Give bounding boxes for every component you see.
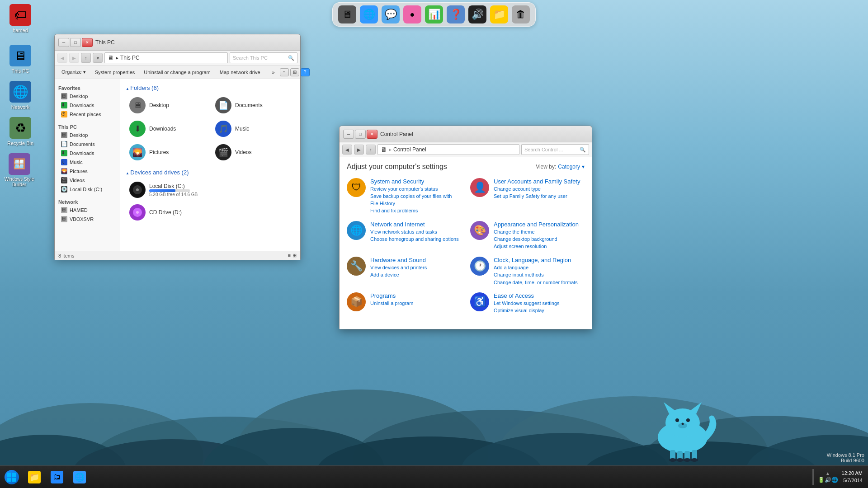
- programs-title[interactable]: Programs: [370, 292, 413, 299]
- system-security-link-1[interactable]: Review your computer's status: [370, 186, 461, 192]
- sidebar-network-hamed[interactable]: 🖥 HAMED: [55, 206, 120, 215]
- taskbar-show-desktop[interactable]: [812, 469, 814, 485]
- desktop-icon-windows-style-builder[interactable]: 🪟 Windows Style Builder: [2, 151, 36, 189]
- nav-back[interactable]: ◀: [57, 53, 67, 63]
- start-button[interactable]: [2, 467, 22, 487]
- thispc-sidebar: Favorites 🖥 Desktop ⬇ Downloads ⏱ Recent…: [55, 79, 120, 251]
- taskbar-up-arrow[interactable]: ▲: [826, 471, 830, 476]
- cp-maximize-button[interactable]: □: [355, 130, 366, 139]
- folder-videos[interactable]: 🎬 Videos: [212, 142, 295, 163]
- cp-viewby-value[interactable]: Category: [558, 164, 580, 170]
- view-tile-icon[interactable]: ⊞: [292, 253, 297, 258]
- taskbar-item-explorer[interactable]: 📁: [24, 467, 45, 487]
- dock-trash[interactable]: 🗑: [512, 5, 530, 23]
- desktop-icon-recycle-bin[interactable]: ♻ Recycle Bin: [2, 115, 38, 148]
- dock-speaker[interactable]: 🔊: [468, 5, 486, 23]
- system-security-title[interactable]: System and Security: [370, 178, 461, 185]
- view-tiles-btn[interactable]: ⊞: [290, 68, 299, 76]
- hardware-link-1[interactable]: View devices and printers: [370, 264, 427, 271]
- folder-downloads[interactable]: ⬇ Downloads: [126, 118, 209, 139]
- minimize-button[interactable]: ─: [58, 38, 69, 47]
- network-link-1[interactable]: View network status and tasks: [370, 229, 459, 235]
- nav-recent[interactable]: ▾: [93, 53, 103, 63]
- dock-colorball[interactable]: ●: [403, 5, 421, 23]
- clock-link-3[interactable]: Change date, time, or number formats: [494, 279, 578, 286]
- uninstall-button[interactable]: Uninstall or change a program: [140, 68, 214, 77]
- cp-close-button[interactable]: ✕: [367, 130, 377, 139]
- system-security-link-3[interactable]: Find and fix problems: [370, 207, 461, 214]
- taskbar-item-browser[interactable]: 🌐: [69, 467, 90, 487]
- sidebar-thispc-downloads[interactable]: ⬇ Downloads: [55, 149, 120, 158]
- network-link-2[interactable]: Choose homegroup and sharing options: [370, 236, 459, 243]
- search-bar[interactable]: Search This PC 🔍: [230, 52, 297, 63]
- hardware-link-2[interactable]: Add a device: [370, 272, 427, 278]
- folder-desktop[interactable]: 🖥 Desktop: [126, 95, 209, 116]
- sidebar-network-vboxsvr[interactable]: 🖥 VBOXSVR: [55, 215, 120, 224]
- address-path: This PC: [120, 55, 140, 61]
- cp-nav-back[interactable]: ◀: [342, 145, 352, 155]
- sidebar-thispc-videos[interactable]: 🎬 Videos: [55, 176, 120, 185]
- clock-title[interactable]: Clock, Language, and Region: [494, 257, 578, 263]
- maximize-button[interactable]: □: [70, 38, 81, 47]
- network-title[interactable]: Network and Internet: [370, 221, 459, 228]
- folder-documents[interactable]: 📄 Documents: [212, 95, 295, 116]
- dock-folder[interactable]: 📁: [490, 5, 508, 23]
- folders-section-header[interactable]: Folders (6): [126, 84, 295, 91]
- drive-cd-d[interactable]: CD Drive (D:): [126, 202, 295, 223]
- view-details-btn[interactable]: ≡: [280, 68, 289, 76]
- appearance-link-2[interactable]: Change desktop background: [494, 236, 579, 243]
- user-accounts-link-2[interactable]: Set up Family Safety for any user: [494, 193, 580, 200]
- appearance-title[interactable]: Appearance and Personalization: [494, 221, 579, 228]
- appearance-link-3[interactable]: Adjust screen resolution: [494, 243, 579, 250]
- organize-button[interactable]: Organize ▾: [57, 67, 90, 77]
- clock-link-1[interactable]: Add a language: [494, 264, 578, 271]
- taskbar-item-filemanager[interactable]: 🗂: [46, 467, 68, 487]
- programs-link-1[interactable]: Uninstall a program: [370, 300, 413, 307]
- cp-viewby-dropdown-icon[interactable]: ▾: [582, 164, 585, 170]
- clock-icon: 🕐: [470, 257, 489, 276]
- ease-link-2[interactable]: Optimize visual display: [494, 307, 560, 314]
- system-properties-button[interactable]: System properties: [91, 68, 139, 77]
- dock-help[interactable]: ❓: [447, 5, 465, 23]
- user-accounts-link-1[interactable]: Change account type: [494, 186, 580, 192]
- user-accounts-title[interactable]: User Accounts and Family Safety: [494, 178, 580, 185]
- nav-forward[interactable]: ▶: [69, 53, 79, 63]
- address-bar[interactable]: 🖥 ▸ This PC: [104, 52, 228, 63]
- help-btn[interactable]: ?: [301, 68, 310, 76]
- sidebar-thispc-localdisk[interactable]: 💿 Local Disk (C:): [55, 185, 120, 194]
- hardware-title[interactable]: Hardware and Sound: [370, 257, 427, 263]
- cp-minimize-button[interactable]: ─: [343, 130, 354, 139]
- system-security-link-2[interactable]: Save backup copies of your files with Fi…: [370, 193, 461, 207]
- desktop-icon-this-pc[interactable]: 🖥 This PC: [2, 43, 38, 76]
- sidebar-desktop[interactable]: 🖥 Desktop: [55, 92, 120, 101]
- cp-nav-forward[interactable]: ▶: [354, 145, 364, 155]
- sidebar-downloads[interactable]: ⬇ Downloads: [55, 101, 120, 110]
- sidebar-recent-places[interactable]: ⏱ Recent places: [55, 110, 120, 119]
- desktop-icon-network[interactable]: 🌐 Network: [2, 79, 38, 112]
- cp-nav-up[interactable]: ↑: [366, 145, 376, 155]
- dock-globe[interactable]: 🌐: [360, 5, 378, 23]
- sidebar-thispc-documents[interactable]: 📄 Documents: [55, 140, 120, 149]
- dock-piechart[interactable]: 📊: [425, 5, 443, 23]
- drive-local-c[interactable]: Local Disk (C:) 5.20 GB free of 14.6 GB: [126, 179, 295, 200]
- cp-search-bar[interactable]: Search Control ... 🔍: [521, 144, 589, 155]
- folder-pictures[interactable]: 🌄 Pictures: [126, 142, 209, 163]
- close-button[interactable]: ✕: [82, 38, 93, 47]
- map-network-button[interactable]: Map network drive: [216, 68, 264, 77]
- folder-music[interactable]: 🎵 Music: [212, 118, 295, 139]
- clock-link-2[interactable]: Change input methods: [494, 272, 578, 278]
- drives-section-header[interactable]: Devices and drives (2): [126, 169, 295, 176]
- toolbar-more[interactable]: »: [268, 68, 279, 77]
- appearance-link-1[interactable]: Change the theme: [494, 229, 579, 235]
- sidebar-thispc-pictures[interactable]: 🌄 Pictures: [55, 167, 120, 176]
- view-list-icon[interactable]: ≡: [288, 253, 291, 258]
- sidebar-thispc-desktop[interactable]: 🖥 Desktop: [55, 131, 120, 140]
- desktop-icon-hamed[interactable]: 🏷 hamed: [2, 2, 38, 35]
- ease-link-1[interactable]: Let Windows suggest settings: [494, 300, 560, 307]
- dock-chat[interactable]: 💬: [382, 5, 400, 23]
- cp-address-bar[interactable]: 🖥 ▸ Control Panel: [377, 144, 519, 155]
- sidebar-thispc-music[interactable]: ♫ Music: [55, 158, 120, 167]
- ease-title[interactable]: Ease of Access: [494, 292, 560, 299]
- dock-monitor[interactable]: 🖥: [338, 5, 356, 23]
- nav-up[interactable]: ↑: [81, 53, 91, 63]
